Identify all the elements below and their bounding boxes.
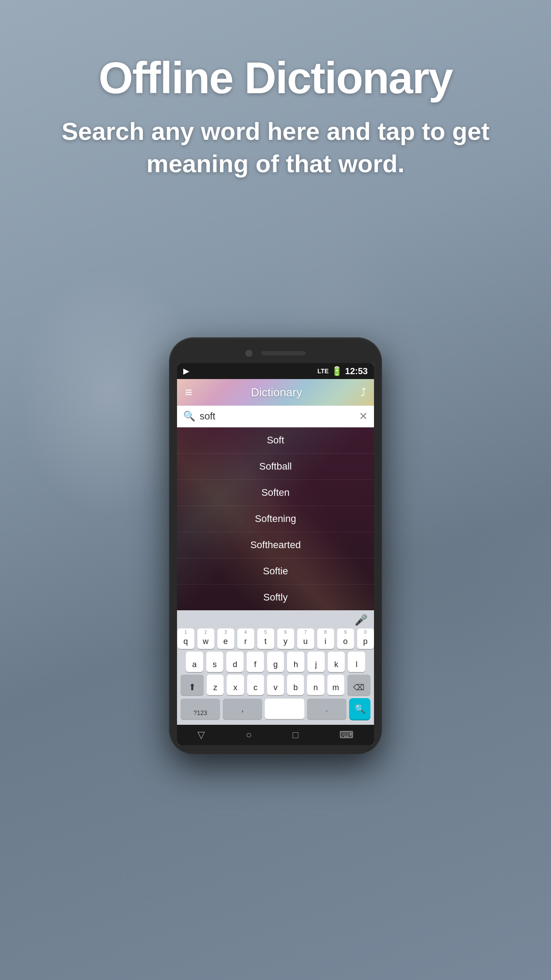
search-submit-icon: 🔍 (354, 703, 366, 714)
key-z[interactable]: z (207, 675, 224, 695)
key-n[interactable]: n (307, 675, 324, 695)
key-c[interactable]: c (247, 675, 264, 695)
key-k[interactable]: k (328, 652, 345, 672)
backspace-icon: ⌫ (353, 683, 364, 692)
key-u[interactable]: 7u (297, 628, 314, 649)
bottom-nav: ▽ ○ □ ⌨ (177, 725, 374, 745)
search-bar: 🔍 soft ✕ (177, 406, 374, 427)
list-item[interactable]: Softly (177, 585, 374, 610)
key-m[interactable]: m (327, 675, 344, 695)
search-submit-button[interactable]: 🔍 (349, 698, 370, 719)
key-f[interactable]: f (247, 652, 264, 672)
key-p[interactable]: 0p (357, 628, 374, 649)
phone-screen: ▶ LTE 🔋 12:53 ≡ Dictionary ⤴ 🔍 soft ✕ (177, 363, 374, 745)
clock: 12:53 (345, 366, 368, 376)
key-d[interactable]: d (226, 652, 244, 672)
subtitle: Search any word here and tap to get mean… (27, 115, 524, 180)
key-num-1: 1 (177, 630, 194, 635)
shift-key[interactable]: ⬆ (181, 675, 204, 695)
back-button[interactable]: ▽ (197, 729, 205, 741)
comma-key[interactable]: , (223, 699, 262, 719)
search-icon: 🔍 (183, 411, 195, 422)
backspace-key[interactable]: ⌫ (347, 675, 370, 695)
status-bar: ▶ LTE 🔋 12:53 (177, 363, 374, 379)
keyboard-row-3: ⬆ z x c v b n m ⌫ (177, 673, 374, 696)
key-g[interactable]: g (267, 652, 284, 672)
mic-row: 🎤 (177, 610, 374, 627)
microphone-icon[interactable]: 🎤 (354, 614, 368, 626)
period-key[interactable]: . (307, 699, 346, 719)
list-item[interactable]: Soft (177, 427, 374, 454)
list-item[interactable]: Softball (177, 454, 374, 480)
key-b[interactable]: b (287, 675, 304, 695)
keyboard-bottom-row: ?123 , . 🔍 (177, 696, 374, 722)
status-left: ▶ (183, 366, 189, 376)
camera-dot (245, 350, 252, 357)
key-i[interactable]: 8i (317, 628, 334, 649)
shift-icon: ⬆ (189, 682, 196, 692)
key-j[interactable]: j (307, 652, 325, 672)
comma-label: , (241, 704, 244, 716)
key-v[interactable]: v (267, 675, 284, 695)
phone-top-bar (177, 346, 374, 363)
numbers-label: ?123 (193, 709, 207, 716)
key-r[interactable]: 4r (237, 628, 254, 649)
battery-icon: 🔋 (331, 366, 342, 376)
keyboard-button[interactable]: ⌨ (339, 729, 354, 741)
key-e[interactable]: 3e (217, 628, 234, 649)
list-item[interactable]: Soften (177, 480, 374, 506)
signal-icon: LTE (317, 368, 328, 375)
app-bar: ≡ Dictionary ⤴ (177, 379, 374, 406)
share-icon[interactable]: ⤴ (361, 386, 366, 399)
phone-mockup: ▶ LTE 🔋 12:53 ≡ Dictionary ⤴ 🔍 soft ✕ (169, 337, 382, 754)
space-key[interactable] (265, 699, 304, 719)
main-title: Offline Dictionary (27, 53, 524, 102)
key-s[interactable]: s (206, 652, 224, 672)
app-title: Dictionary (251, 386, 302, 399)
keyboard-row-2: a s d f g h j k l (177, 650, 374, 673)
key-l[interactable]: l (348, 652, 365, 672)
word-list: Soft Softball Soften Softening Softheart… (177, 427, 374, 610)
key-y[interactable]: 6y (277, 628, 294, 649)
menu-icon[interactable]: ≡ (185, 385, 192, 399)
key-w[interactable]: 2w (197, 628, 214, 649)
key-a[interactable]: a (186, 652, 203, 672)
list-item[interactable]: Softie (177, 558, 374, 585)
clear-icon[interactable]: ✕ (359, 410, 368, 423)
list-item[interactable]: Softhearted (177, 532, 374, 558)
numbers-key[interactable]: ?123 (181, 699, 220, 719)
key-t[interactable]: 5t (257, 628, 274, 649)
key-x[interactable]: x (227, 675, 244, 695)
key-q[interactable]: 1q (177, 628, 194, 649)
speaker-bar (261, 351, 306, 356)
status-right: LTE 🔋 12:53 (317, 366, 368, 376)
search-input[interactable]: soft (200, 411, 354, 422)
period-label: . (326, 704, 328, 716)
keyboard-row-1: 1q 2w 3e 4r 5t 6y 7u 8i 9o 0p (177, 627, 374, 650)
key-h[interactable]: h (287, 652, 304, 672)
hero-section: Offline Dictionary Search any word here … (0, 53, 551, 180)
play-icon: ▶ (183, 366, 189, 376)
keyboard-area: 🎤 1q 2w 3e 4r 5t 6y 7u 8i 9o 0p a (177, 610, 374, 725)
phone-outer: ▶ LTE 🔋 12:53 ≡ Dictionary ⤴ 🔍 soft ✕ (169, 337, 382, 754)
home-button[interactable]: ○ (246, 729, 252, 741)
recents-button[interactable]: □ (293, 729, 299, 741)
list-item[interactable]: Softening (177, 506, 374, 532)
key-o[interactable]: 9o (337, 628, 354, 649)
